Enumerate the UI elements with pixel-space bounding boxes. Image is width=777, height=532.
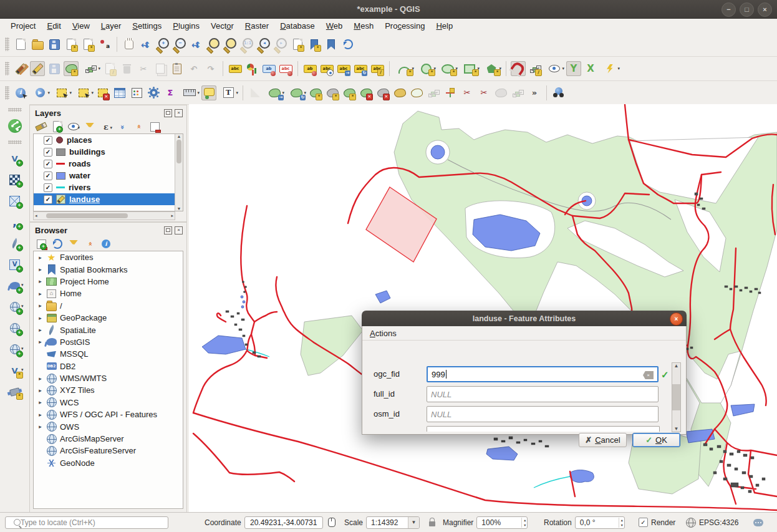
- toolbar-overflow-icon[interactable]: »: [527, 85, 542, 100]
- open-project-icon[interactable]: [30, 37, 45, 52]
- layer-checkbox[interactable]: ✓: [44, 136, 52, 145]
- snap-on-intersection-icon[interactable]: X: [583, 61, 598, 76]
- browser-item-home[interactable]: ▸⌂Home: [34, 288, 183, 299]
- dialog-close-icon[interactable]: ×: [670, 312, 683, 326]
- locate-search[interactable]: Type to locate (Ctrl+K): [5, 513, 168, 532]
- filter-browser-icon[interactable]: [67, 238, 80, 250]
- text-annotation-icon[interactable]: T▾: [218, 85, 238, 100]
- expand-arrow-icon[interactable]: ▸: [37, 327, 43, 333]
- collapse-all-icon[interactable]: »: [84, 238, 96, 250]
- minimize-icon[interactable]: −: [722, 2, 736, 17]
- digitize-regular-polygon-icon[interactable]: *▾: [481, 61, 501, 76]
- browser-item-mssql[interactable]: MSSQL: [34, 348, 183, 360]
- digitize-ellipse-icon[interactable]: *▾: [438, 61, 458, 76]
- gps-tools-icon[interactable]: *: [6, 384, 24, 400]
- dock-handle[interactable]: [8, 140, 22, 144]
- zoom-in-icon[interactable]: +: [155, 37, 170, 52]
- browser-item-favorites[interactable]: ▸★Favorites: [34, 251, 183, 263]
- add-polygon-feature-icon[interactable]: *: [64, 61, 79, 76]
- vertex-editor-icon[interactable]: /: [528, 61, 543, 76]
- browser-item-arcgisfeatureserver[interactable]: ArcGisFeatureServer: [34, 445, 183, 457]
- add-selected-layers-icon[interactable]: +: [35, 238, 47, 250]
- add-wms-layer-icon[interactable]: +▾: [6, 299, 24, 315]
- menu-web[interactable]: Web: [321, 20, 349, 32]
- toggle-editing-icon[interactable]: [30, 61, 45, 76]
- delete-selected-icon[interactable]: [119, 61, 134, 76]
- cut-features-icon[interactable]: ✂: [136, 61, 151, 76]
- dialog-titlebar[interactable]: landuse - Feature Attributes ×: [362, 311, 687, 326]
- properties-icon[interactable]: i: [100, 238, 112, 250]
- measure-icon[interactable]: ▾: [180, 85, 200, 100]
- close-panel-icon[interactable]: ×: [175, 226, 183, 235]
- modify-attributes-icon[interactable]: /: [102, 61, 117, 76]
- layer-item-water[interactable]: ✓water: [34, 170, 183, 181]
- locate-input[interactable]: Type to locate (Ctrl+K): [5, 516, 168, 529]
- pan-map-icon[interactable]: [122, 37, 137, 52]
- zoom-full-extent-icon[interactable]: [189, 37, 204, 52]
- menu-raster[interactable]: Raster: [239, 20, 274, 32]
- toolbar-handle[interactable]: [5, 86, 9, 100]
- browser-item-spatial-bookmarks[interactable]: ▸Spatial Bookmarks: [34, 263, 183, 275]
- delete-part-icon[interactable]: ✕: [375, 85, 390, 100]
- menu-plugins[interactable]: Plugins: [167, 20, 205, 32]
- layer-checkbox[interactable]: ✓: [44, 183, 52, 192]
- browser-item-geonode[interactable]: GeoNode: [34, 457, 183, 469]
- menu-help[interactable]: Help: [430, 20, 458, 32]
- select-features-icon[interactable]: ▾: [52, 85, 72, 100]
- add-spatialite-layer-icon[interactable]: +: [6, 235, 24, 251]
- deselect-features-icon[interactable]: ✕: [95, 85, 110, 100]
- open-layer-styling-icon[interactable]: [35, 120, 47, 133]
- menu-mesh[interactable]: Mesh: [348, 20, 379, 32]
- field-calculator-icon[interactable]: [129, 85, 144, 100]
- layer-checkbox[interactable]: ✓: [44, 160, 52, 168]
- browser-item-geopackage[interactable]: ▸GeoPackage: [34, 312, 183, 324]
- scale-combo[interactable]: 1:14392▼: [366, 516, 420, 529]
- manage-map-themes-icon[interactable]: ▾: [67, 120, 80, 133]
- cad-tools-icon[interactable]: [248, 85, 263, 100]
- window-titlebar[interactable]: *example - QGIS − □ ×: [0, 0, 777, 19]
- float-panel-icon[interactable]: [164, 109, 172, 117]
- remove-layer-icon[interactable]: [148, 120, 161, 133]
- menu-processing[interactable]: Processing: [379, 20, 430, 32]
- move-label-icon[interactable]: abc→: [336, 61, 351, 76]
- show-hide-labels-icon[interactable]: abc: [319, 61, 334, 76]
- enable-tracing-icon[interactable]: ▾: [600, 61, 620, 76]
- statistics-icon[interactable]: Σ: [163, 85, 178, 100]
- pan-to-selection-icon[interactable]: [138, 37, 153, 52]
- snapping-options-icon[interactable]: ▾: [544, 61, 564, 76]
- add-raster-layer-icon[interactable]: +: [6, 172, 24, 188]
- offset-curve-icon[interactable]: [409, 85, 424, 100]
- metasearch-icon[interactable]: [551, 85, 566, 100]
- run-feature-action-icon[interactable]: ▶▾: [30, 85, 50, 100]
- layers-hscrollbar[interactable]: ◂▸: [33, 211, 175, 220]
- close-icon[interactable]: ×: [758, 2, 772, 17]
- menu-view[interactable]: View: [67, 20, 95, 32]
- new-spatial-bookmark-icon[interactable]: *: [307, 37, 322, 52]
- save-project-icon[interactable]: [47, 37, 62, 52]
- ogc_fid-input[interactable]: 999×: [427, 366, 659, 382]
- menu-vector[interactable]: Vector: [205, 20, 239, 32]
- browser-item-project-home[interactable]: ▸Project Home: [34, 276, 183, 288]
- add-vector-layer-icon[interactable]: V+: [6, 150, 24, 167]
- paste-features-icon[interactable]: [170, 61, 185, 76]
- collapse-all-icon[interactable]: »: [132, 120, 145, 133]
- cancel-button[interactable]: ✗Cancel: [579, 433, 627, 447]
- split-parts-icon[interactable]: ✂: [460, 85, 475, 100]
- dialog-scrollbar[interactable]: ▲▼: [672, 362, 681, 432]
- data-source-manager-icon[interactable]: [6, 118, 24, 134]
- copy-features-icon[interactable]: [153, 61, 168, 76]
- zoom-next-icon[interactable]: ▸: [273, 37, 288, 52]
- osm_id-input[interactable]: NULL: [427, 406, 659, 422]
- add-virtual-layer-icon[interactable]: V+: [6, 256, 24, 273]
- dock-handle[interactable]: [8, 108, 22, 112]
- menu-project[interactable]: Project: [5, 20, 41, 32]
- trim-extend-icon[interactable]: [510, 85, 525, 100]
- digitize-rectangle-icon[interactable]: *▾: [460, 61, 480, 76]
- rotate-label-icon[interactable]: abc↻: [353, 61, 368, 76]
- coordinate-input[interactable]: 20.49231,-34.00731: [244, 516, 323, 529]
- expand-arrow-icon[interactable]: ▸: [37, 302, 43, 309]
- zoom-last-icon[interactable]: ◂: [256, 37, 271, 52]
- undo-icon[interactable]: ↶: [186, 61, 201, 76]
- select-by-value-icon[interactable]: ▾: [74, 85, 94, 100]
- actions-menu[interactable]: Actions: [370, 329, 397, 338]
